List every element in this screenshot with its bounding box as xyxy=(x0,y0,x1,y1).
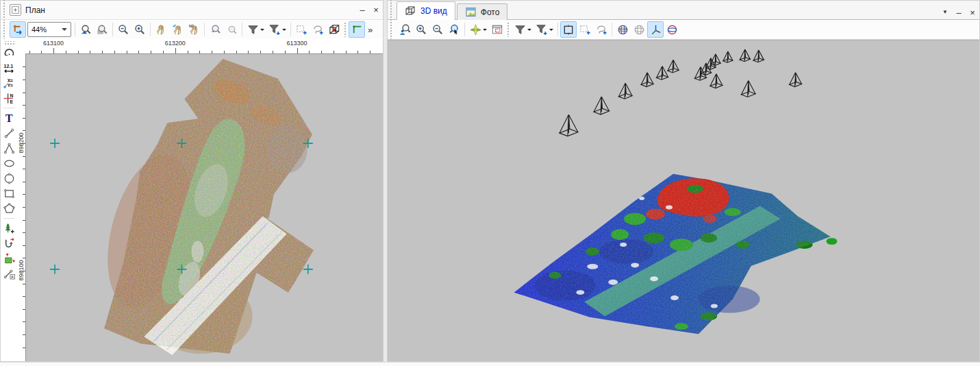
zoom-in-button[interactable] xyxy=(413,21,429,38)
chevron-down-icon xyxy=(549,29,553,33)
polygon-tool-icon xyxy=(3,202,16,215)
filter-button[interactable] xyxy=(244,21,266,38)
rotate-ring-icon xyxy=(666,23,679,36)
plan-toolbar: 44% NE xyxy=(1,20,383,40)
measure-arc-button[interactable] xyxy=(1,45,16,60)
tab-3d-view[interactable]: 3D вид xyxy=(397,1,455,20)
fill-area-icon xyxy=(3,252,16,265)
measure-arc-icon xyxy=(3,47,16,60)
filter-add-button[interactable] xyxy=(266,21,288,38)
pan-hand-ne-icon: NE xyxy=(188,23,201,36)
filter-add-button[interactable] xyxy=(533,21,555,38)
select-lasso-add-button[interactable] xyxy=(593,21,610,38)
ellipse-tool-button[interactable] xyxy=(1,156,16,171)
measure-distance-button[interactable]: 12.1 xyxy=(1,60,16,75)
orthophoto-map xyxy=(26,54,383,361)
filter-button[interactable] xyxy=(512,21,533,38)
zoom-out-icon xyxy=(117,23,130,36)
axes-corner-toggle[interactable] xyxy=(349,21,365,38)
zoom-in-icon xyxy=(134,23,147,36)
select-rect-add-button[interactable] xyxy=(577,21,593,38)
rotate-sphere-alt-button[interactable] xyxy=(631,21,647,38)
plan-title: План xyxy=(25,5,45,15)
rotate-sphere-button[interactable] xyxy=(614,21,631,38)
circle-tool-icon xyxy=(3,172,16,185)
zoom-window-alt-button[interactable] xyxy=(94,21,110,38)
filter-add-icon xyxy=(268,23,281,36)
toolbar-overflow-button[interactable]: » xyxy=(365,25,375,35)
minimize-button[interactable]: – xyxy=(355,3,369,17)
zoom-window-icon xyxy=(79,23,92,36)
north-east-axes-button[interactable]: NE xyxy=(1,90,16,106)
orthophoto-footprint xyxy=(92,59,314,355)
magnifier-active-icon xyxy=(209,23,222,36)
zoom-pointer-button[interactable] xyxy=(446,21,462,38)
pan-hand-ne-button[interactable]: NE xyxy=(186,21,202,38)
view3d-toolbar xyxy=(388,20,979,40)
north-east-axes-icon: NE xyxy=(3,92,16,105)
tab-photo[interactable]: Фото xyxy=(457,3,508,20)
zoom-in-button[interactable] xyxy=(131,21,148,38)
fill-area-button[interactable] xyxy=(1,251,16,266)
goto-origin-button[interactable] xyxy=(10,21,26,38)
float-window-button[interactable] xyxy=(10,4,21,16)
coords-x-label: X= xyxy=(7,78,12,83)
rotate-ring-button[interactable] xyxy=(664,21,680,38)
tabbar-drag-handle[interactable] xyxy=(389,1,393,19)
plan-viewport[interactable] xyxy=(25,53,383,361)
zoom-out-button[interactable] xyxy=(429,21,446,38)
pan-hand-button[interactable] xyxy=(153,21,169,38)
angle-tool-button[interactable] xyxy=(1,141,16,156)
magnifier-active-button[interactable] xyxy=(207,21,223,38)
reverse-direction-button[interactable] xyxy=(1,236,16,251)
select-lasso-add-icon xyxy=(312,23,325,36)
drawing-toolbar-drag-handle[interactable] xyxy=(3,41,14,45)
view3d-viewport[interactable] xyxy=(388,40,979,361)
toolbar-drag-handle[interactable] xyxy=(389,20,393,39)
zoom-operator-button[interactable] xyxy=(397,21,413,38)
ruler-left: 896200896100 xyxy=(17,53,25,361)
zoom-level-select[interactable]: 44% xyxy=(27,22,71,37)
measure-coords-icon: X=Y= xyxy=(3,77,16,90)
close-button[interactable]: × xyxy=(369,3,383,17)
rotate-sphere-icon xyxy=(616,23,629,36)
pan-hand-center-icon xyxy=(171,23,184,36)
select-lasso-add-button[interactable] xyxy=(310,21,326,38)
line-tool-button[interactable] xyxy=(1,125,16,141)
preview-window-button[interactable] xyxy=(489,21,505,38)
select-rect-toggle[interactable] xyxy=(560,21,577,38)
polygon-tool-button[interactable] xyxy=(1,201,16,216)
text-tool-button[interactable]: T xyxy=(1,110,16,125)
ruler-label: 613300 xyxy=(282,40,312,47)
rectangle-tool-button[interactable] xyxy=(1,186,16,201)
zoom-out-button[interactable] xyxy=(115,21,131,38)
axes-3d-icon xyxy=(649,23,662,36)
reverse-direction-icon xyxy=(3,237,16,250)
pan-hand-center-button[interactable] xyxy=(169,21,186,38)
close-button[interactable]: × xyxy=(966,5,979,19)
chevron-down-icon xyxy=(62,28,67,34)
select-rect-add-button[interactable] xyxy=(293,21,310,38)
camera-positions xyxy=(560,49,802,136)
point-cloud-scene xyxy=(388,40,979,361)
distance-label: 12.1 xyxy=(3,63,13,69)
circle-tool-button[interactable] xyxy=(1,171,16,186)
zoom-window-button[interactable] xyxy=(77,21,94,38)
view-cube-button[interactable] xyxy=(326,21,342,38)
toolbar-drag-handle[interactable] xyxy=(2,20,6,39)
measure-coords-button[interactable]: X=Y= xyxy=(1,75,16,90)
axes-3d-toggle[interactable] xyxy=(647,21,664,38)
navigation-compass-button[interactable] xyxy=(467,21,489,38)
measure-profile-button[interactable]: A xyxy=(1,266,16,281)
drag-handle[interactable] xyxy=(2,1,6,19)
select-rect-add-icon xyxy=(579,23,592,36)
magnifier-inactive-button[interactable] xyxy=(223,21,240,38)
add-tree-button[interactable] xyxy=(1,221,16,236)
panel-menu-button[interactable]: ▼ xyxy=(938,5,952,19)
measure-profile-icon: A xyxy=(3,267,16,280)
chevron-down-icon xyxy=(260,29,264,33)
chevron-down-icon xyxy=(483,29,487,33)
zoom-level-value: 44% xyxy=(32,25,47,34)
minimize-button[interactable]: – xyxy=(952,5,966,19)
east-label: E xyxy=(10,99,13,103)
